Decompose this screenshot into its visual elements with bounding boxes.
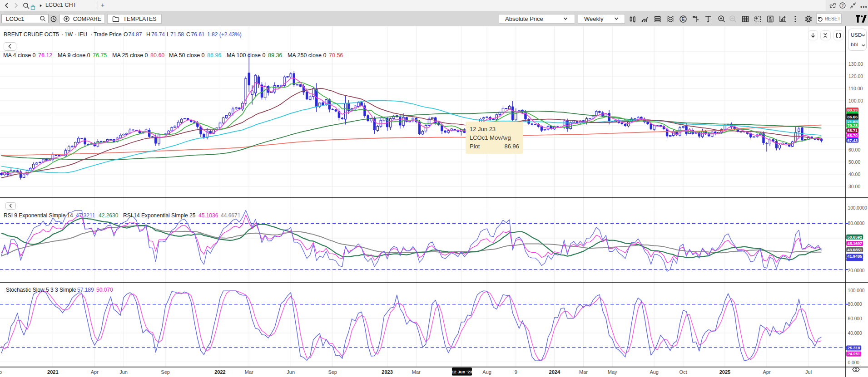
svg-text:Sep: Sep xyxy=(328,369,337,375)
svg-text:68.71: 68.71 xyxy=(847,128,858,133)
svg-text:Mar: Mar xyxy=(412,369,421,375)
svg-text:2025: 2025 xyxy=(719,369,730,375)
svg-text:2022: 2022 xyxy=(214,369,225,375)
svg-text:12 Jun 23: 12 Jun 23 xyxy=(470,126,496,132)
svg-text:2023: 2023 xyxy=(382,369,392,375)
svg-text:120.00: 120.00 xyxy=(848,73,863,79)
svg-text:2021: 2021 xyxy=(47,369,58,375)
svg-text:40.00: 40.00 xyxy=(848,171,860,177)
svg-text:60.00: 60.00 xyxy=(848,147,860,152)
svg-text:May: May xyxy=(608,369,617,375)
svg-text:41.9485: 41.9485 xyxy=(847,254,862,259)
svg-text:?: ? xyxy=(841,3,843,8)
svg-text:20.0000: 20.0000 xyxy=(848,268,865,273)
svg-text:Apr: Apr xyxy=(91,369,99,375)
svg-text:43.0851: 43.0851 xyxy=(847,248,862,252)
svg-text:45.1697: 45.1697 xyxy=(847,241,862,246)
svg-text:Mar: Mar xyxy=(579,369,588,375)
svg-text:100.00: 100.00 xyxy=(848,98,863,103)
svg-text:60.000: 60.000 xyxy=(848,316,862,321)
svg-text:Aug: Aug xyxy=(650,369,659,375)
svg-text:p: p xyxy=(0,369,2,375)
svg-text:50.6592: 50.6592 xyxy=(847,235,862,240)
svg-text:130.00: 130.00 xyxy=(848,61,863,67)
svg-text:12 Jun '23: 12 Jun '23 xyxy=(451,369,472,374)
svg-text:100.0000: 100.0000 xyxy=(848,206,868,211)
svg-text:68.70: 68.70 xyxy=(847,133,858,138)
svg-text:LCOc1 MovAvg: LCOc1 MovAvg xyxy=(470,134,511,141)
svg-text:80.0000: 80.0000 xyxy=(848,221,865,226)
svg-text:100.000: 100.000 xyxy=(848,288,865,293)
svg-text:24.061: 24.061 xyxy=(848,352,860,356)
svg-text:86.66: 86.66 xyxy=(847,115,858,119)
svg-text:80.000: 80.000 xyxy=(848,302,862,307)
svg-text:25.318: 25.318 xyxy=(848,346,860,350)
svg-text:E: E xyxy=(682,16,685,21)
svg-text:70.28: 70.28 xyxy=(847,123,858,128)
svg-text:Mar: Mar xyxy=(245,369,253,375)
svg-text:Apr: Apr xyxy=(763,369,770,375)
svg-text:86.96: 86.96 xyxy=(504,143,519,150)
svg-text:Jul: Jul xyxy=(805,369,812,375)
svg-text:9: 9 xyxy=(515,369,517,375)
svg-text:50.00: 50.00 xyxy=(848,159,860,165)
svg-text:110.00: 110.00 xyxy=(848,86,863,91)
svg-text:30.00: 30.00 xyxy=(848,184,860,189)
svg-text:0.000: 0.000 xyxy=(848,360,860,365)
svg-text:Oct: Oct xyxy=(679,369,687,375)
svg-text:2024: 2024 xyxy=(549,369,560,375)
svg-text:Plot: Plot xyxy=(470,143,480,150)
svg-text:Sep: Sep xyxy=(161,369,170,375)
svg-text:40.000: 40.000 xyxy=(848,331,862,336)
svg-text:67.43: 67.43 xyxy=(847,138,858,143)
svg-text:Jun: Jun xyxy=(119,369,128,375)
svg-text:Jun: Jun xyxy=(287,369,295,375)
svg-text:Aug: Aug xyxy=(482,369,491,375)
